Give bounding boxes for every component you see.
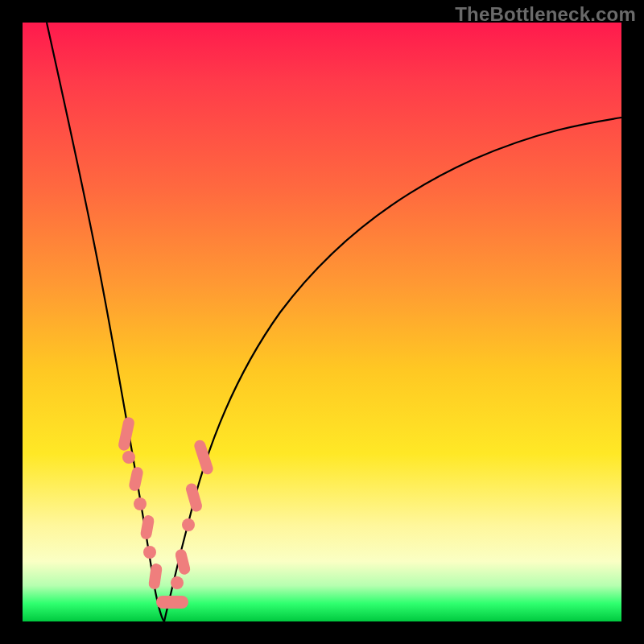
marker-dot xyxy=(134,497,147,510)
marker-pill xyxy=(156,596,188,609)
marker-dot xyxy=(143,546,156,559)
marker-dot xyxy=(171,576,184,589)
marker-dot xyxy=(122,451,135,464)
curve-right-branch xyxy=(164,118,621,621)
outer-frame: TheBottleneck.com xyxy=(0,0,644,644)
marker-pill xyxy=(184,482,203,513)
marker-pill xyxy=(140,514,155,540)
marker-pill xyxy=(128,466,144,492)
marker-dot xyxy=(182,518,195,531)
marker-pill xyxy=(118,416,135,452)
marker-group xyxy=(118,416,215,609)
plot-area xyxy=(23,23,621,621)
marker-pill xyxy=(148,563,163,590)
chart-svg xyxy=(23,23,621,621)
